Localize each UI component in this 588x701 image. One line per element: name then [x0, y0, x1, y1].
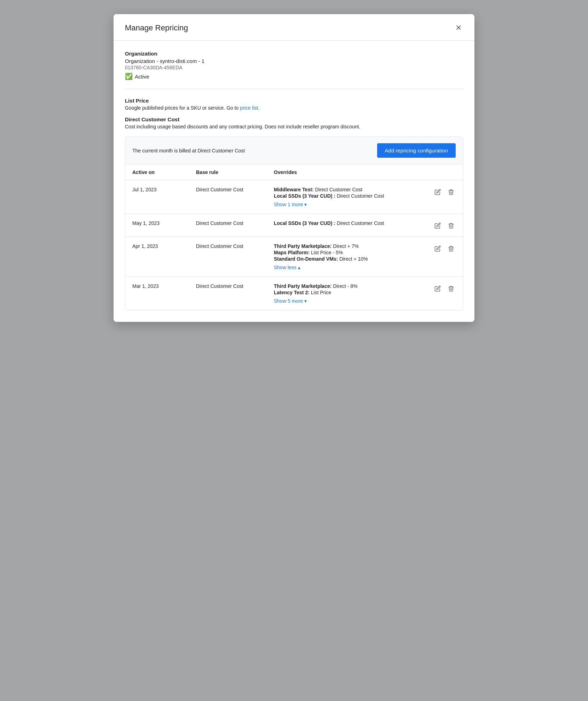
- base-rule-cell: Direct Customer Cost: [196, 187, 274, 192]
- chevron-down-icon: [304, 202, 307, 207]
- action-cell: [424, 243, 456, 253]
- manage-repricing-modal: Manage Repricing ✕ Organization Organiza…: [114, 14, 474, 322]
- org-name: Organization - syntro-disti.com - 1: [125, 58, 463, 64]
- list-price-description: Google published prices for a SKU or ser…: [125, 105, 463, 111]
- org-label: Organization: [125, 51, 463, 57]
- base-rule-cell: Direct Customer Cost: [196, 220, 274, 226]
- delete-icon: [448, 189, 454, 195]
- col-header-active-on: Active on: [132, 169, 196, 175]
- override-item: Standard On-Demand VMs: Direct + 10%: [274, 256, 424, 262]
- direct-cost-description: Cost including usage based discounts and…: [125, 124, 463, 129]
- modal-body: Organization Organization - syntro-disti…: [114, 41, 474, 322]
- price-list-link[interactable]: price list: [240, 105, 258, 111]
- delete-icon: [448, 245, 454, 252]
- org-id: 013760-CA30DA-456EDA: [125, 65, 463, 70]
- base-rule-cell: Direct Customer Cost: [196, 283, 274, 289]
- delete-icon: [448, 285, 454, 292]
- org-status-text: Active: [135, 74, 149, 80]
- show-5-more-button[interactable]: Show 5 more: [274, 296, 307, 304]
- modal-title: Manage Repricing: [125, 23, 188, 33]
- delete-button[interactable]: [446, 244, 456, 253]
- edit-icon: [434, 189, 441, 195]
- base-rule-cell: Direct Customer Cost: [196, 243, 274, 249]
- active-status-icon: ✅: [125, 73, 133, 80]
- show-less-button[interactable]: Show less: [274, 262, 300, 270]
- show-1-more-button[interactable]: Show 1 more: [274, 199, 307, 207]
- table-row: Apr 1, 2023 Direct Customer Cost Third P…: [125, 237, 463, 277]
- override-item: Middleware Test: Direct Customer Cost: [274, 187, 424, 192]
- edit-icon: [434, 222, 441, 229]
- active-on-cell: Jul 1, 2023: [132, 187, 196, 192]
- add-repricing-configuration-button[interactable]: Add repricing configuration: [377, 143, 456, 158]
- edit-icon: [434, 245, 441, 252]
- override-item: Local SSDs (3 Year CUD) : Direct Custome…: [274, 220, 424, 226]
- override-item: Maps Platform: List Price - 5%: [274, 250, 424, 255]
- overrides-cell: Third Party Marketplace: Direct - 8% Lat…: [274, 283, 424, 304]
- col-header-actions: [424, 169, 456, 175]
- delete-button[interactable]: [446, 284, 456, 293]
- table-row: Mar 1, 2023 Direct Customer Cost Third P…: [125, 277, 463, 310]
- override-item: Third Party Marketplace: Direct - 8%: [274, 283, 424, 289]
- table-row: May 1, 2023 Direct Customer Cost Local S…: [125, 214, 463, 237]
- action-cell: [424, 220, 456, 230]
- active-on-cell: May 1, 2023: [132, 220, 196, 226]
- direct-cost-label: Direct Customer Cost: [125, 116, 463, 122]
- edit-button[interactable]: [433, 244, 442, 253]
- direct-cost-section: Direct Customer Cost Cost including usag…: [125, 116, 463, 129]
- organization-section: Organization Organization - syntro-disti…: [125, 51, 463, 80]
- active-on-cell: Apr 1, 2023: [132, 243, 196, 249]
- modal-overlay: Manage Repricing ✕ Organization Organiza…: [0, 0, 588, 701]
- override-item: Latency Test 2: List Price: [274, 290, 424, 295]
- delete-icon: [448, 222, 454, 229]
- list-price-label: List Price: [125, 98, 463, 104]
- edit-icon: [434, 285, 441, 292]
- table-header-row: Active on Base rule Overrides: [125, 164, 463, 180]
- override-item: Third Party Marketplace: Direct + 7%: [274, 243, 424, 249]
- org-status-row: ✅ Active: [125, 73, 463, 80]
- action-cell: [424, 187, 456, 197]
- billing-text: The current month is billed at Direct Cu…: [132, 148, 245, 153]
- section-divider-1: [125, 89, 463, 89]
- active-on-cell: Mar 1, 2023: [132, 283, 196, 289]
- delete-button[interactable]: [446, 221, 456, 230]
- chevron-down-icon: [304, 298, 307, 304]
- close-button[interactable]: ✕: [454, 23, 463, 33]
- edit-button[interactable]: [433, 284, 442, 293]
- col-header-base-rule: Base rule: [196, 169, 274, 175]
- delete-button[interactable]: [446, 187, 456, 197]
- overrides-cell: Middleware Test: Direct Customer Cost Lo…: [274, 187, 424, 207]
- override-item: Local SSDs (3 Year CUD) : Direct Custome…: [274, 193, 424, 199]
- edit-button[interactable]: [433, 221, 442, 230]
- col-header-overrides: Overrides: [274, 169, 424, 175]
- repricing-table: Active on Base rule Overrides Jul 1, 202…: [125, 164, 463, 311]
- chevron-up-icon: [298, 265, 300, 270]
- overrides-cell: Third Party Marketplace: Direct + 7% Map…: [274, 243, 424, 270]
- modal-header: Manage Repricing ✕: [114, 14, 474, 41]
- action-cell: [424, 283, 456, 293]
- table-row: Jul 1, 2023 Direct Customer Cost Middlew…: [125, 180, 463, 214]
- billing-bar: The current month is billed at Direct Cu…: [125, 137, 463, 164]
- overrides-cell: Local SSDs (3 Year CUD) : Direct Custome…: [274, 220, 424, 227]
- edit-button[interactable]: [433, 187, 442, 197]
- list-price-section: List Price Google published prices for a…: [125, 98, 463, 111]
